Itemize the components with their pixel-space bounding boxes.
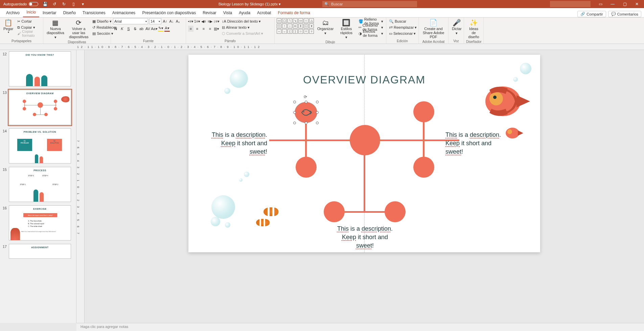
group-designer-label: Diseñador (466, 40, 481, 44)
diagram-circle[interactable] (413, 101, 434, 122)
tab-file[interactable]: Archivo (3, 8, 23, 17)
font-color-icon[interactable]: A▾ (164, 26, 170, 32)
diagram-circle[interactable] (296, 157, 317, 178)
italic-icon[interactable]: K (119, 26, 125, 32)
clear-format-icon[interactable]: Aₓ (175, 18, 181, 24)
user-account[interactable] (550, 1, 591, 7)
line-spacing-icon[interactable]: ↕≡▾ (214, 18, 219, 24)
numbering-icon[interactable]: 1≡▾ (194, 18, 200, 24)
slide-editor[interactable]: OVERVIEW DIAGRAM (188, 55, 540, 252)
diagram-description-bottom[interactable]: This is a description. Keep it short and… (334, 225, 396, 250)
slide-thumbnail-panel[interactable]: 12 DID YOU KNOW THIS? 13 OVERVIEW DIAGRA… (0, 50, 76, 323)
diagram-center-circle[interactable] (350, 125, 380, 155)
quick-styles-button[interactable]: 🔲Estilos rápidos▾ (337, 18, 355, 40)
align-text-button[interactable]: ⊟Alinear texto ▾ (221, 24, 264, 30)
replace-button[interactable]: ⮂Reemplazar ▾ (388, 24, 417, 30)
reuse-slides-button[interactable]: ⟳Volver a usar las diapositivas (68, 18, 90, 40)
share-icon: 🔗 (580, 12, 585, 16)
font-size-dropdown[interactable]: 14▾ (149, 18, 161, 24)
share-button[interactable]: 🔗Compartir (577, 11, 606, 17)
toggle-switch-icon[interactable] (29, 2, 38, 6)
canvas-area[interactable]: OVERVIEW DIAGRAM (85, 50, 644, 323)
create-pdf-button[interactable]: 📄Create and Share Adobe PDF (421, 18, 446, 40)
format-painter-button[interactable]: 🖌Copiar formato (17, 30, 41, 36)
tab-acrobat[interactable]: Acrobat (254, 8, 274, 17)
group-slides: ▦Nueva diapositiva▾ ⟳Volver a usar las d… (43, 18, 111, 44)
align-right-icon[interactable]: ≡ (201, 26, 206, 32)
smartart-button[interactable]: ⬡Convertir a SmartArt ▾ (221, 30, 264, 36)
clownfish-icon (256, 219, 270, 226)
diagram-circle[interactable] (324, 201, 345, 222)
tab-home[interactable]: Inicio (23, 8, 39, 17)
paste-button[interactable]: 📋Pegar▾ (2, 18, 15, 35)
align-center-icon[interactable]: ≡ (194, 26, 200, 32)
tab-insert[interactable]: Insertar (39, 8, 60, 17)
tab-slideshow[interactable]: Presentación con diapositivas (139, 8, 199, 17)
save-icon[interactable]: 💾 (42, 1, 48, 7)
tab-help[interactable]: Ayuda (235, 8, 254, 17)
tab-view[interactable]: Vista (220, 8, 235, 17)
close-icon[interactable]: ✕ (631, 0, 643, 8)
diagram-circle[interactable] (413, 157, 434, 178)
search-bar[interactable]: 🔍 Buscar (322, 1, 417, 7)
thumb-13[interactable]: 13 OVERVIEW DIAGRAM (1, 90, 75, 125)
dictate-button[interactable]: 🎤Dictar▾ (451, 18, 463, 36)
selected-shape[interactable]: ⟳ (295, 102, 317, 123)
shape-gallery[interactable]: ▭▢∖↘▭○△ ⬠↑↓⇔⇕☐▾ ⌢⌣{}☆✧▿ (277, 18, 314, 34)
underline-icon[interactable]: S (126, 26, 131, 32)
select-button[interactable]: ▭Seleccionar ▾ (388, 30, 417, 36)
align-left-icon[interactable]: ≡ (188, 26, 193, 32)
outline-icon: ✏ (359, 25, 362, 30)
comments-button[interactable]: 💬Comentarios (608, 11, 641, 17)
new-slide-button[interactable]: ▦Nueva diapositiva▾ (45, 18, 66, 40)
diagram-description-right[interactable]: This is a description. Keep it short and… (445, 131, 506, 156)
decrease-font-icon[interactable]: A↓ (169, 18, 174, 24)
tab-animations[interactable]: Animaciones (109, 8, 139, 17)
find-button[interactable]: 🔍Buscar (388, 18, 417, 24)
font-name-dropdown[interactable]: Arial▾ (113, 18, 148, 24)
highlight-icon[interactable]: ✎▾ (158, 26, 163, 32)
diagram-circle[interactable] (385, 201, 406, 222)
slide-title[interactable]: OVERVIEW DIAGRAM (303, 74, 426, 86)
maximize-icon[interactable]: ▢ (619, 0, 630, 8)
ribbon-display-options-icon[interactable]: ▭ (595, 0, 606, 8)
diagram-description-left[interactable]: This is a description. Keep it short and… (207, 131, 267, 156)
spacing-icon[interactable]: AV (145, 26, 151, 32)
dec-indent-icon[interactable]: ◀≡ (201, 18, 206, 24)
notes-pane[interactable]: Haga clic para agregar notas (76, 323, 644, 331)
inc-indent-icon[interactable]: ≡▶ (207, 18, 213, 24)
thumb-12[interactable]: 12 DID YOU KNOW THIS? (1, 51, 75, 86)
qa-more-icon[interactable]: ▾ (80, 1, 86, 7)
thumb-16[interactable]: 16 EXERCISE What is the largest animal t… (1, 205, 75, 240)
redo-icon[interactable]: ↻ (61, 1, 67, 7)
tab-design[interactable]: Diseño (60, 8, 79, 17)
start-from-beginning-icon[interactable]: ▯ (71, 1, 76, 7)
thumb-14[interactable]: 14 PROBLEM VS. SOLUTION 01PROBLEM 02SOLU… (1, 128, 75, 163)
arrange-button[interactable]: 🗂Organizar▾ (316, 18, 335, 36)
clownfish-icon (263, 207, 278, 216)
justify-icon[interactable]: ≡ (207, 26, 213, 32)
thumb-15[interactable]: 15 PROCESS STEP 3 STEP 4 STEP 1 STEP 2 (1, 167, 75, 202)
minimize-icon[interactable]: — (607, 0, 618, 8)
bullets-icon[interactable]: •≡▾ (188, 18, 193, 24)
design-ideas-button[interactable]: ✨Ideas de diseño (466, 18, 481, 40)
autosave-toggle[interactable]: Autoguardado (3, 2, 38, 6)
case-icon[interactable]: Aa▾ (152, 26, 157, 32)
shape-effects-button[interactable]: ◑Efectos de forma ▾ (358, 30, 384, 36)
shadow-icon[interactable]: ab (139, 26, 144, 32)
bold-icon[interactable]: N (113, 26, 118, 32)
comment-icon: 💬 (611, 12, 616, 16)
text-direction-button[interactable]: ↕ADirección del texto ▾ (221, 18, 264, 24)
group-slides-label: Diapositivas (45, 40, 109, 45)
thumb-17[interactable]: 17 ASSIGNMENT (1, 244, 75, 259)
tab-review[interactable]: Revisar (199, 8, 220, 17)
rotation-handle-icon[interactable]: ⟳ (304, 95, 308, 99)
cut-button[interactable]: ✂Cortar (17, 18, 41, 24)
undo-icon[interactable]: ↺ (52, 1, 57, 7)
columns-icon[interactable]: ▥▾ (214, 26, 219, 32)
strike-icon[interactable]: S̶ (132, 26, 138, 32)
find-icon: 🔍 (389, 19, 394, 24)
increase-font-icon[interactable]: A↑ (162, 18, 168, 24)
tab-transitions[interactable]: Transiciones (79, 8, 109, 17)
tab-shape-format[interactable]: Formato de forma (274, 8, 313, 17)
